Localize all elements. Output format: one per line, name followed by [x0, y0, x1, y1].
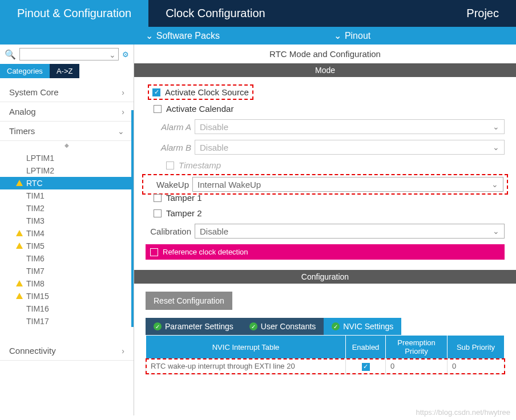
pinout-menu[interactable]: ⌄ Pinout [334, 30, 370, 41]
watermark: https://blog.csdn.net/hwytree [416, 408, 510, 415]
col-preemption: Preemption Priority [386, 336, 448, 359]
page-title: RTC Mode and Configuration [134, 45, 516, 63]
search-icon[interactable]: 🔍 [5, 49, 16, 60]
calibration-select[interactable]: Disable [195, 224, 505, 239]
tab-nvic-settings[interactable]: ✓NVIC Settings [324, 318, 401, 335]
sidebar-item-lptim1[interactable]: LPTIM1 [0, 152, 134, 164]
peripheral-tree: System Core Analog Timers ◆ LPTIM1 LPTIM… [0, 78, 134, 415]
tab-user-constants[interactable]: ✓User Constants [241, 318, 324, 335]
pin-icon: ◆ [0, 141, 134, 150]
item-label: TIM8 [26, 279, 45, 288]
select-value: Disable [200, 122, 228, 132]
chevron-down-icon: ⌄ [334, 30, 341, 41]
wakeup-select[interactable]: Internal WakeUp [192, 177, 503, 192]
tab-clock-config[interactable]: Clock Configuration [148, 0, 283, 27]
alarm-b-select[interactable]: Disable [195, 140, 505, 155]
top-tabs: Pinout & Configuration Clock Configurati… [0, 0, 516, 27]
content-panel: RTC Mode and Configuration Mode ✓ Activa… [134, 45, 516, 415]
chevron-down-icon: ⌄ [146, 30, 153, 41]
tab-parameter-settings[interactable]: ✓Parameter Settings [146, 318, 241, 335]
check-icon: ✓ [332, 322, 340, 330]
sidebar-item-tim6[interactable]: TIM6 [0, 252, 134, 265]
sidebar-item-tim5[interactable]: TIM5 [0, 240, 134, 252]
sidebar-item-tim17[interactable]: TIM17 [0, 315, 134, 328]
sidebar-item-lptim2[interactable]: LPTIM2 [0, 164, 134, 177]
tab-a-to-z[interactable]: A->Z [50, 64, 80, 78]
alarm-a-select[interactable]: Disable [195, 119, 505, 134]
activate-clock-checkbox[interactable]: ✓ [152, 88, 160, 96]
reference-clock-checkbox[interactable] [150, 248, 158, 256]
tamper2-checkbox[interactable] [154, 209, 162, 217]
item-label: TIM15 [26, 292, 49, 301]
reset-config-button[interactable]: Reset Configuration [146, 292, 232, 310]
chevron-right-icon [122, 88, 124, 97]
alarm-b-label: Alarm B [146, 143, 191, 152]
group-label: Analog [9, 107, 36, 116]
item-label: TIM5 [26, 241, 45, 251]
check-icon: ✓ [154, 322, 162, 330]
sidebar-item-tim4[interactable]: TIM4 [0, 227, 134, 240]
pinout-menu-label: Pinout [345, 31, 370, 41]
activate-calendar-checkbox[interactable] [154, 105, 162, 113]
sidebar-item-tim2[interactable]: TIM2 [0, 202, 134, 215]
software-packs-label: Software Packs [156, 31, 220, 41]
chevron-down-icon[interactable] [109, 50, 116, 59]
sidebar-item-tim16[interactable]: TIM16 [0, 302, 134, 315]
tamper1-checkbox[interactable] [154, 194, 162, 202]
mode-section-header: Mode [134, 63, 516, 77]
warning-icon [16, 241, 23, 251]
chevron-down-icon [493, 227, 499, 236]
group-system-core[interactable]: System Core [0, 83, 134, 102]
tab-project[interactable]: Projec [283, 0, 516, 27]
col-sub-priority: Sub Priority [448, 336, 505, 359]
group-connectivity[interactable]: Connectivity [0, 341, 134, 361]
select-value: Disable [200, 227, 228, 236]
check-icon: ✓ [249, 322, 257, 330]
tamper2-label: Tamper 2 [166, 208, 202, 218]
preemption-value: 0 [386, 359, 448, 374]
chevron-down-icon [118, 127, 124, 136]
sidebar-item-tim15[interactable]: TIM15 [0, 290, 134, 302]
interrupt-name: RTC wake-up interrupt through EXTI line … [146, 359, 346, 374]
alarm-a-label: Alarm A [146, 122, 191, 132]
group-analog[interactable]: Analog [0, 102, 134, 122]
interrupt-enabled-checkbox[interactable]: ✓ [362, 363, 370, 371]
reference-clock-row: Reference clock detection [146, 244, 505, 260]
chevron-down-icon [493, 122, 499, 131]
nvic-table: NVIC Interrupt Table Enabled Preemption … [146, 335, 505, 374]
tab-pinout-config[interactable]: Pinout & Configuration [0, 0, 148, 27]
tab-categories[interactable]: Categories [0, 64, 50, 78]
software-packs-menu[interactable]: ⌄ Software Packs [146, 30, 220, 41]
tab-label: User Constants [261, 322, 316, 331]
chevron-down-icon [493, 143, 499, 152]
chevron-down-icon [491, 180, 498, 189]
activate-clock-label: Activate Clock Source [165, 87, 249, 97]
group-label: Timers [9, 126, 35, 136]
timer-items: LPTIM1 LPTIM2 RTC TIM1 TIM2 TIM3 TIM4 TI… [0, 150, 134, 330]
chevron-right-icon [122, 346, 124, 356]
timestamp-label: Timestamp [179, 160, 221, 170]
sidebar: 🔍 ⚙ Categories A->Z System Core Analog T… [0, 45, 134, 415]
reference-clock-label: Reference clock detection [163, 248, 248, 256]
sidebar-item-tim3[interactable]: TIM3 [0, 215, 134, 227]
chevron-right-icon [122, 107, 124, 116]
item-label: RTC [26, 179, 43, 188]
timestamp-checkbox[interactable] [166, 161, 174, 169]
sidebar-item-rtc[interactable]: RTC [0, 177, 134, 189]
sidebar-item-tim1[interactable]: TIM1 [0, 189, 134, 202]
warning-icon [16, 179, 23, 188]
calibration-label: Calibration [146, 227, 191, 236]
col-enabled: Enabled [346, 336, 386, 359]
item-label: TIM4 [26, 229, 45, 238]
group-timers[interactable]: Timers [0, 122, 134, 141]
gear-icon[interactable]: ⚙ [122, 50, 129, 59]
col-interrupt-table: NVIC Interrupt Table [146, 336, 346, 359]
activate-calendar-label: Activate Calendar [166, 104, 233, 114]
table-row[interactable]: RTC wake-up interrupt through EXTI line … [146, 359, 505, 374]
search-input[interactable] [19, 48, 119, 60]
tab-label: NVIC Settings [343, 322, 393, 331]
sidebar-item-tim7[interactable]: TIM7 [0, 265, 134, 277]
sidebar-item-tim8[interactable]: TIM8 [0, 277, 134, 290]
warning-icon [16, 279, 23, 288]
warning-icon [16, 292, 23, 301]
